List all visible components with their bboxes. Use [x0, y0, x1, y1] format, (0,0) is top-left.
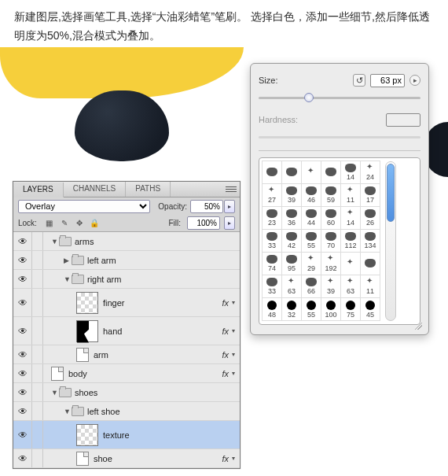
opacity-field[interactable] — [190, 200, 223, 213]
panel-resize-grip-icon[interactable] — [413, 320, 422, 330]
layer-effects-indicator[interactable]: fx▾ — [222, 350, 235, 360]
disclosure-arrow-icon[interactable]: ▼ — [64, 408, 72, 415]
brush-preset-cell[interactable]: 44 — [301, 206, 321, 230]
brush-preset-cell[interactable]: 45 — [360, 297, 380, 321]
layer-folder-row[interactable]: 👁▼arms — [13, 232, 240, 251]
layer-name[interactable]: body — [68, 369, 87, 378]
brush-preset-cell[interactable]: 39 — [281, 183, 302, 207]
brush-preset-cell[interactable]: 11 — [360, 275, 380, 298]
brush-preset-cell[interactable]: 24 — [360, 161, 380, 184]
brush-preset-cell[interactable]: 70 — [321, 229, 341, 253]
brush-preset-cell[interactable]: 33 — [262, 275, 282, 298]
brush-preset-cell[interactable]: 48 — [262, 297, 282, 321]
brush-preset-cell[interactable]: 17 — [360, 183, 380, 207]
visibility-eye-icon[interactable]: 👁 — [13, 421, 32, 448]
layer-effects-indicator[interactable]: fx▾ — [222, 298, 235, 308]
layer-name[interactable]: hand — [103, 327, 122, 336]
fill-scrub-button[interactable]: ▸ — [224, 216, 235, 230]
visibility-eye-icon[interactable]: 👁 — [13, 364, 32, 382]
layer-name[interactable]: arm — [94, 350, 108, 360]
brush-preset-cell[interactable]: 26 — [360, 206, 380, 230]
brush-preset-cell[interactable] — [340, 252, 361, 275]
disclosure-arrow-icon[interactable]: ▼ — [51, 389, 59, 397]
brush-size-reset-icon[interactable]: ↺ — [353, 74, 365, 87]
brush-flyout-icon[interactable]: ▸ — [409, 75, 420, 86]
blend-mode-select[interactable]: Overlay — [18, 200, 150, 213]
brush-preset-cell[interactable] — [262, 161, 282, 184]
brush-preset-cell[interactable]: 55 — [301, 229, 321, 253]
lock-pixels-icon[interactable]: ✎ — [58, 217, 71, 230]
layer-row[interactable]: 👁shoefx▾ — [13, 449, 240, 468]
brush-preset-cell[interactable]: 63 — [281, 275, 302, 298]
brush-size-slider[interactable] — [259, 89, 420, 106]
visibility-eye-icon[interactable]: 👁 — [13, 289, 32, 316]
brush-preset-cell[interactable]: 60 — [321, 206, 341, 230]
layer-name[interactable]: texture — [103, 430, 130, 440]
brush-preset-cell[interactable]: 100 — [321, 297, 341, 321]
visibility-eye-icon[interactable]: 👁 — [13, 270, 32, 288]
layer-name[interactable]: left shoe — [87, 407, 120, 416]
layer-effects-indicator[interactable]: fx▾ — [222, 369, 235, 378]
brush-preset-cell[interactable]: 112 — [340, 229, 361, 253]
lock-position-icon[interactable]: ✥ — [73, 217, 86, 230]
panel-menu-icon[interactable] — [226, 183, 237, 194]
layer-name[interactable]: finger — [103, 298, 125, 308]
layer-folder-row[interactable]: 👁▼right arm — [13, 270, 240, 289]
brush-preset-cell[interactable]: 42 — [281, 229, 302, 253]
disclosure-arrow-icon[interactable]: ▼ — [64, 275, 72, 283]
layer-row[interactable]: 👁handfx▾ — [13, 317, 240, 345]
brush-preset-cell[interactable]: 32 — [281, 297, 302, 321]
layer-row[interactable]: 👁bodyfx▾ — [13, 364, 240, 383]
brush-preset-cell[interactable] — [301, 161, 321, 184]
opacity-scrub-button[interactable]: ▸ — [224, 200, 235, 213]
lock-all-icon[interactable]: 🔒 — [88, 217, 101, 230]
brush-preset-cell[interactable]: 192 — [321, 252, 341, 275]
brush-preset-cell[interactable]: 63 — [340, 275, 361, 298]
layer-folder-row[interactable]: 👁▼left shoe — [13, 402, 240, 421]
layer-name[interactable]: arms — [75, 237, 94, 246]
brush-preset-cell[interactable]: 14 — [340, 206, 361, 230]
brush-preset-cell[interactable]: 66 — [301, 275, 321, 298]
fill-field[interactable] — [187, 216, 220, 230]
tab-channels[interactable]: CHANNELS — [64, 182, 126, 197]
brush-preset-cell[interactable]: 59 — [321, 183, 341, 207]
brush-preset-cell[interactable]: 134 — [360, 229, 380, 253]
brush-preset-cell[interactable]: 36 — [281, 206, 302, 230]
tab-paths[interactable]: PATHS — [126, 182, 171, 197]
brush-preset-scrollbar[interactable] — [385, 161, 396, 321]
brush-preset-cell[interactable]: 29 — [301, 252, 321, 275]
layer-row[interactable]: 👁fingerfx▾ — [13, 289, 240, 317]
brush-preset-cell[interactable]: 55 — [301, 297, 321, 321]
layer-folder-row[interactable]: 👁▶left arm — [13, 251, 240, 270]
disclosure-arrow-icon[interactable]: ▶ — [64, 256, 72, 264]
brush-preset-cell[interactable]: 75 — [340, 297, 361, 321]
brush-preset-cell[interactable]: 11 — [340, 183, 361, 207]
visibility-eye-icon[interactable]: 👁 — [13, 383, 32, 401]
visibility-eye-icon[interactable]: 👁 — [13, 402, 32, 420]
brush-preset-cell[interactable]: 39 — [321, 275, 341, 298]
visibility-eye-icon[interactable]: 👁 — [13, 232, 32, 250]
layer-row[interactable]: 👁armfx▾ — [13, 345, 240, 364]
layer-folder-row[interactable]: 👁▼shoes — [13, 383, 240, 402]
visibility-eye-icon[interactable]: 👁 — [13, 449, 32, 467]
brush-preset-cell[interactable]: 46 — [301, 183, 321, 207]
brush-preset-cell[interactable]: 23 — [262, 206, 282, 230]
layer-name[interactable]: left arm — [87, 256, 116, 265]
brush-preset-cell[interactable] — [281, 161, 302, 184]
brush-preset-cell[interactable]: 74 — [262, 252, 282, 275]
brush-preset-cell[interactable] — [321, 161, 341, 184]
layer-row[interactable]: 👁texture — [13, 421, 240, 449]
brush-preset-cell[interactable]: 33 — [262, 229, 282, 253]
brush-preset-cell[interactable] — [360, 252, 380, 275]
visibility-eye-icon[interactable]: 👁 — [13, 345, 32, 363]
layer-effects-indicator[interactable]: fx▾ — [222, 454, 235, 463]
layer-effects-indicator[interactable]: fx▾ — [222, 327, 235, 336]
visibility-eye-icon[interactable]: 👁 — [13, 251, 32, 269]
brush-size-knob[interactable] — [304, 93, 314, 102]
brush-preset-cell[interactable]: 14 — [340, 161, 361, 184]
layer-name[interactable]: shoes — [75, 388, 97, 397]
visibility-eye-icon[interactable]: 👁 — [13, 317, 32, 345]
brush-size-field[interactable] — [370, 74, 405, 87]
layer-name[interactable]: right arm — [87, 275, 121, 284]
disclosure-arrow-icon[interactable]: ▼ — [51, 238, 59, 245]
